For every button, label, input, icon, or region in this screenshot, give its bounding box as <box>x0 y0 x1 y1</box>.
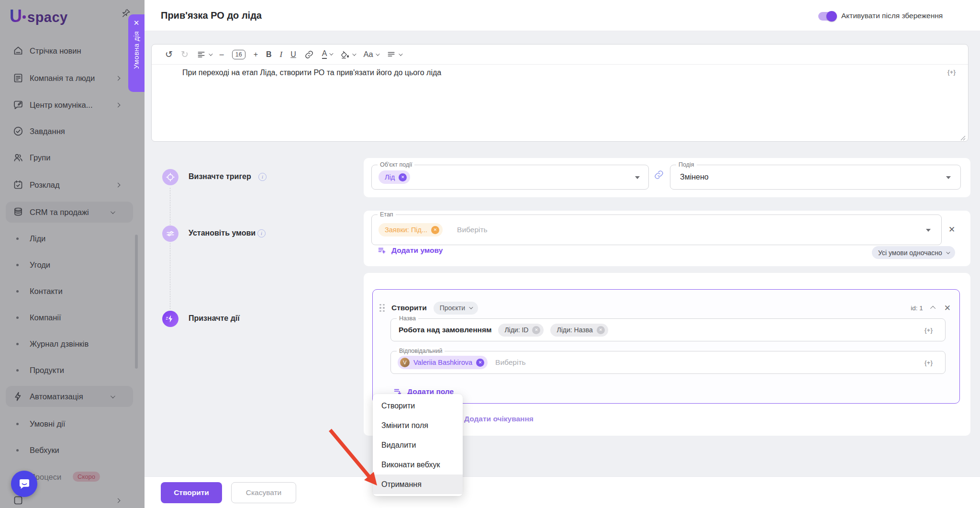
drawer-tab-conditional-action[interactable]: ✕ Умовна дія <box>128 14 145 92</box>
chevron-down-icon <box>353 52 356 56</box>
description-editor[interactable]: ↺ ↻ – 16 + B I U A Aa При переході на ет… <box>151 44 969 142</box>
dropdown-arrow-icon <box>946 176 951 179</box>
name-value: Робота над замовленням <box>399 326 491 334</box>
chip-lead: Лід ✕ <box>379 170 410 184</box>
highlight-color-button[interactable] <box>340 50 355 59</box>
actions-step-label: Призначте дії <box>189 314 240 323</box>
add-wait-button[interactable]: Додати очікування <box>464 415 534 423</box>
redo-icon[interactable]: ↻ <box>181 50 189 59</box>
chip-remove-icon[interactable]: ✕ <box>431 226 439 234</box>
cancel-button[interactable]: Скасувати <box>231 482 296 503</box>
chip-remove-icon[interactable]: ✕ <box>476 359 484 367</box>
chip-remove-icon[interactable]: ✕ <box>597 326 605 334</box>
justify-button[interactable] <box>387 50 401 59</box>
action-card-header: Створити Проєкти id: 1 ✕ <box>379 301 951 315</box>
event-select[interactable]: Подія Змінено <box>670 165 961 190</box>
chevron-down-icon <box>469 305 473 309</box>
actions-step-icon <box>162 311 178 327</box>
drag-handle-icon[interactable] <box>379 304 385 312</box>
modal-footer: Створити Скасувати <box>145 476 980 508</box>
steps-connector <box>170 188 170 309</box>
trigger-panel: Об'єкт події Лід ✕ Подія Змінено <box>364 158 970 197</box>
chevron-down-icon <box>330 52 334 56</box>
insert-variable-token[interactable]: {+} <box>924 327 933 334</box>
chevron-down-icon <box>399 52 402 56</box>
dropdown-arrow-icon <box>635 176 640 179</box>
typography-button[interactable]: Aa <box>363 50 378 59</box>
activate-toggle-label: Активувати після збереження <box>841 11 943 20</box>
event-object-select[interactable]: Об'єкт події Лід ✕ <box>371 165 649 190</box>
chevron-down-icon <box>209 52 212 56</box>
bold-button[interactable]: B <box>266 50 272 59</box>
insert-variable-token[interactable]: {+} <box>947 68 956 76</box>
trigger-step-icon <box>162 169 178 185</box>
stage-select[interactable]: Етап Заявки: Під... ✕ Виберіть <box>371 214 942 245</box>
chip-lead-id: Ліди: ID ✕ <box>498 324 544 337</box>
app-screen: U spacy Стрічка новин Компанія та люди Ц… <box>0 0 980 508</box>
chip-remove-icon[interactable]: ✕ <box>399 173 407 181</box>
annotation-arrow <box>316 421 392 493</box>
stage-placeholder: Виберіть <box>457 226 488 234</box>
name-field[interactable]: Назва Робота над замовленням Ліди: ID ✕ … <box>390 318 946 341</box>
insert-variable-token[interactable]: {+} <box>924 359 933 366</box>
drawer-tab-label: Умовна дія <box>133 31 140 69</box>
chip-remove-icon[interactable]: ✕ <box>532 326 540 334</box>
chevron-down-icon <box>946 250 950 254</box>
trigger-step-label: Визначте тригер <box>189 172 251 181</box>
remove-condition-icon[interactable]: ✕ <box>948 226 955 234</box>
editor-toolbar: ↺ ↻ – 16 + B I U A Aa <box>152 45 968 65</box>
page-title: Прив'язка РО до ліда <box>161 10 262 21</box>
create-button[interactable]: Створити <box>161 482 222 503</box>
chip-stage: Заявки: Під... ✕ <box>379 223 443 237</box>
info-icon[interactable]: i <box>257 229 266 237</box>
italic-button[interactable]: I <box>280 50 283 59</box>
activate-toggle[interactable] <box>818 12 835 21</box>
add-condition-button[interactable]: Додати умову <box>377 245 443 255</box>
action-card: Створити Проєкти id: 1 ✕ Назва Робота на… <box>372 289 960 404</box>
action-title: Створити <box>391 304 427 312</box>
chip-assignee: V Valeriia Bashkirova ✕ <box>398 356 488 369</box>
chevron-down-icon <box>376 52 379 56</box>
collapse-icon[interactable] <box>930 306 935 311</box>
underline-button[interactable]: U <box>290 50 296 59</box>
conditions-step-label: Установіть умови <box>189 229 256 237</box>
font-size-increase-button[interactable]: + <box>254 50 258 59</box>
editor-text[interactable]: При переході на етап Ліда, створити РО т… <box>182 68 441 77</box>
dropdown-arrow-icon <box>926 229 931 232</box>
font-color-button[interactable]: A <box>322 50 333 59</box>
chip-lead-name: Ліди: Назва ✕ <box>550 324 608 337</box>
action-id: id: 1 <box>911 305 923 312</box>
link-connector-icon <box>654 169 664 180</box>
assignee-field[interactable]: Відповідальний V Valeriia Bashkirova ✕ В… <box>390 351 946 374</box>
toggle-knob <box>826 11 837 22</box>
modal-header: Прив'язка РО до ліда Активувати після зб… <box>145 0 980 31</box>
link-icon[interactable] <box>304 50 314 59</box>
dim-overlay <box>0 0 145 508</box>
resize-handle-icon[interactable] <box>960 134 966 139</box>
conditions-step-icon <box>162 226 178 242</box>
event-value: Змінено <box>680 173 709 181</box>
chat-widget-button[interactable] <box>11 471 37 497</box>
assignee-placeholder: Виберіть <box>495 358 526 367</box>
entity-pill[interactable]: Проєкти <box>434 302 478 315</box>
avatar: V <box>400 358 410 367</box>
align-left-button[interactable] <box>197 50 212 59</box>
close-icon[interactable]: ✕ <box>134 19 140 26</box>
conditions-mode-pill[interactable]: Усі умови одночасно <box>872 246 955 259</box>
font-size-value[interactable]: 16 <box>232 50 245 59</box>
menu-item-create[interactable]: Створити <box>373 396 463 416</box>
close-action-icon[interactable]: ✕ <box>944 303 951 313</box>
font-size-decrease-button[interactable]: – <box>220 50 224 59</box>
info-icon[interactable]: i <box>258 173 267 181</box>
conditions-panel: Етап Заявки: Під... ✕ Виберіть ✕ Додати … <box>364 211 970 266</box>
undo-icon[interactable]: ↺ <box>165 50 173 59</box>
